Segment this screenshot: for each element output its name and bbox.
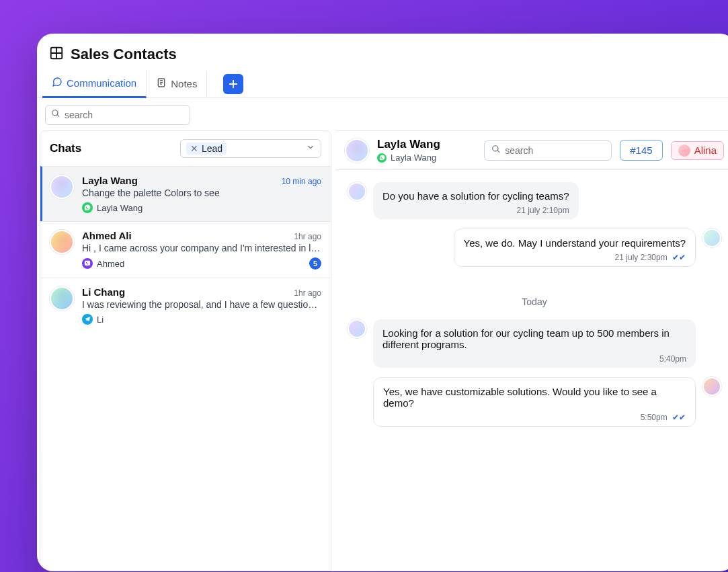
tab-communication[interactable]: Communication — [42, 70, 147, 98]
chat-time: 10 min ago — [282, 177, 321, 186]
message-time: 21 july 2:30pm — [615, 253, 668, 262]
chat-preview: Hi , I came across your company and I'm … — [82, 243, 321, 253]
message-outgoing: Yes, we do. May I understand your requir… — [348, 229, 721, 267]
tab-label: Communication — [67, 77, 136, 89]
notes-icon — [156, 77, 167, 90]
message-incoming: Looking for a solution for our cycling t… — [348, 319, 721, 368]
global-search[interactable] — [45, 105, 190, 125]
chat-preview: Change the palette Colors to see — [82, 188, 321, 198]
avatar — [702, 377, 721, 396]
filter-chip[interactable]: ✕ Lead — [186, 142, 227, 155]
agent-badge[interactable]: Alina — [671, 141, 724, 160]
chat-list: Layla Wang 10 min ago Change the palette… — [40, 166, 331, 571]
message-outgoing: Yes, we have customizable solutions. Wou… — [348, 377, 721, 427]
chat-name: Layla Wang — [82, 175, 138, 186]
avatar — [50, 230, 74, 254]
ticket-badge[interactable]: #145 — [620, 140, 662, 161]
avatar — [345, 138, 369, 163]
whatsapp-icon — [82, 202, 93, 213]
chat-name: Li Chang — [82, 286, 125, 298]
avatar — [702, 229, 721, 247]
search-icon — [51, 109, 60, 121]
chat-time: 1hr ago — [294, 288, 321, 298]
avatar — [348, 182, 366, 201]
tabbar: Communication Notes — [37, 70, 728, 98]
message-text: Yes, we do. May I understand your requir… — [464, 237, 686, 249]
message-incoming: Do you have a solution for cycling teams… — [348, 182, 721, 219]
chat-icon — [52, 77, 63, 89]
main: Chats ✕ Lead Layla Wang — [37, 130, 728, 571]
telegram-icon — [82, 314, 93, 325]
page-title: Sales Contacts — [71, 46, 177, 63]
date-divider: Today — [348, 296, 721, 307]
app-window: Sales Contacts Communication Notes — [37, 34, 728, 571]
message-text: Do you have a solution for cycling teams… — [382, 190, 569, 202]
viber-icon — [82, 258, 93, 269]
chat-time: 1hr ago — [294, 232, 321, 241]
whatsapp-icon — [377, 153, 387, 163]
conversation-panel: Layla Wang Layla Wang #145 — [335, 130, 728, 571]
avatar — [348, 319, 366, 338]
platform-label: Ahmed — [97, 259, 124, 269]
chat-list-panel: Chats ✕ Lead Layla Wang — [40, 130, 331, 571]
message-time: 5:40pm — [382, 354, 686, 364]
chat-item[interactable]: Layla Wang 10 min ago Change the palette… — [40, 166, 331, 221]
message-text: Yes, we have customizable solutions. Wou… — [383, 386, 657, 409]
agent-name: Alina — [694, 145, 717, 156]
remove-chip-icon[interactable]: ✕ — [190, 143, 198, 154]
conversation-header: Layla Wang Layla Wang #145 — [335, 131, 728, 170]
chats-header: Chats ✕ Lead — [40, 131, 331, 166]
chats-title: Chats — [50, 142, 81, 155]
tab-label: Notes — [171, 78, 197, 89]
chat-item[interactable]: Li Chang 1hr ago I was reviewing the pro… — [40, 278, 331, 333]
unread-badge: 5 — [309, 257, 321, 270]
conversation-search[interactable] — [484, 140, 612, 161]
agent-avatar — [678, 145, 690, 157]
message-text: Looking for a solution for our cycling t… — [382, 327, 670, 350]
conversation-sub: Layla Wang — [391, 153, 436, 163]
read-ticks-icon: ✔✔ — [672, 413, 686, 422]
chat-item[interactable]: Ahmed Ali 1hr ago Hi , I came across you… — [40, 221, 331, 278]
platform-label: Layla Wang — [97, 203, 143, 213]
avatar — [50, 175, 74, 199]
chat-preview: I was reviewing the proposal, and I have… — [82, 299, 321, 310]
add-tab-button[interactable] — [223, 74, 243, 94]
chevron-down-icon — [306, 142, 315, 155]
chat-name: Ahmed Ali — [82, 230, 132, 241]
avatar — [50, 286, 74, 311]
conversation-search-input[interactable] — [505, 145, 604, 156]
tab-notes[interactable]: Notes — [147, 71, 207, 97]
filter-chip-label: Lead — [202, 143, 223, 154]
subbar — [37, 98, 728, 130]
platform-label: Li — [97, 315, 104, 325]
message-time: 5:50pm — [641, 413, 668, 422]
message-list: Do you have a solution for cycling teams… — [335, 170, 728, 571]
read-ticks-icon: ✔✔ — [672, 253, 686, 262]
page-header: Sales Contacts — [37, 34, 728, 70]
grid-icon — [49, 46, 64, 63]
filter-select[interactable]: ✕ Lead — [180, 139, 321, 158]
search-icon — [491, 145, 501, 157]
search-input[interactable] — [65, 110, 184, 120]
conversation-title: Layla Wang — [377, 138, 440, 151]
message-time: 21 july 2:10pm — [382, 206, 569, 215]
